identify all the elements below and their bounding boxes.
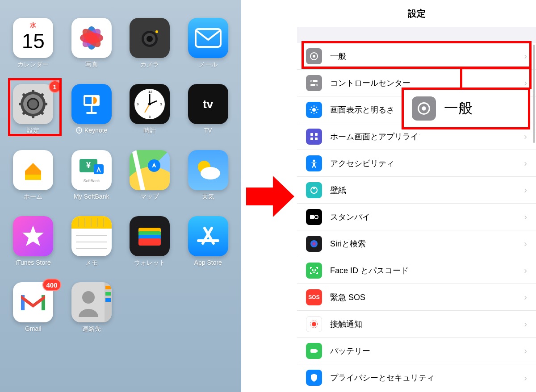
svg-rect-66	[105, 298, 111, 302]
svg-rect-40	[94, 164, 104, 174]
appstore-icon	[188, 216, 228, 256]
siri-icon	[306, 236, 322, 252]
chevron-right-icon: ›	[524, 238, 527, 249]
svg-point-67	[82, 291, 95, 304]
svg-rect-16	[32, 90, 34, 94]
chevron-right-icon: ›	[524, 292, 527, 302]
app-label: 連絡先	[82, 325, 101, 333]
svg-text:3: 3	[160, 102, 162, 106]
chevron-right-icon: ›	[524, 319, 527, 329]
gear-icon	[306, 48, 322, 64]
exposure-icon	[306, 316, 322, 332]
svg-rect-86	[315, 138, 318, 140]
svg-rect-12	[196, 29, 221, 47]
svg-rect-45	[71, 216, 112, 229]
wallet-icon	[130, 216, 170, 256]
sos-icon: SOS	[306, 289, 322, 305]
row-label: 緊急 SOS	[330, 292, 365, 303]
home-screen-icon	[306, 129, 322, 145]
svg-point-69	[313, 55, 315, 58]
accessibility-icon	[306, 155, 322, 171]
svg-point-44	[201, 167, 220, 179]
row-privacy[interactable]: プライバシーとセキュリティ ›	[297, 364, 536, 391]
scrollbar[interactable]	[533, 45, 535, 143]
svg-text:12: 12	[148, 90, 152, 94]
app-mail[interactable]: メール	[184, 18, 233, 69]
svg-rect-98	[317, 350, 318, 352]
app-home[interactable]: ホーム	[9, 150, 58, 201]
app-keynote[interactable]: Keynote	[67, 84, 116, 135]
row-label: 壁紙	[330, 185, 346, 196]
faceid-icon	[306, 263, 322, 279]
svg-text:9: 9	[137, 102, 139, 106]
row-general[interactable]: 一般 ›	[297, 43, 536, 70]
home-icon	[13, 150, 53, 190]
app-label: ウォレット	[134, 259, 165, 267]
app-notes[interactable]: メモ	[67, 216, 116, 267]
row-battery[interactable]: バッテリー ›	[297, 338, 536, 364]
app-wallet[interactable]: ウォレット	[126, 216, 174, 267]
row-sos[interactable]: SOS 緊急 SOS ›	[297, 284, 536, 311]
contacts-icon	[71, 282, 112, 322]
app-clock[interactable]: 12369 時計	[126, 84, 174, 135]
row-label: Siriと検索	[330, 238, 366, 249]
row-standby[interactable]: スタンバイ ›	[297, 204, 536, 230]
svg-point-11	[155, 30, 158, 33]
app-contacts[interactable]: 連絡先	[67, 282, 116, 333]
chevron-right-icon: ›	[524, 212, 527, 222]
app-settings[interactable]: 1 設定	[9, 84, 58, 135]
wallpaper-icon	[306, 182, 322, 198]
app-gmail[interactable]: 400 Gmail	[9, 282, 58, 333]
app-mysoftbank[interactable]: ¥SoftBank My SoftBank	[67, 150, 116, 201]
row-faceid[interactable]: Face ID とパスコード ›	[297, 257, 536, 284]
svg-rect-17	[32, 114, 34, 118]
row-accessibility[interactable]: アクセシビリティ ›	[297, 150, 536, 177]
row-wallpaper[interactable]: 壁紙 ›	[297, 177, 536, 204]
svg-point-10	[147, 36, 153, 42]
row-label: Face ID とパスコード	[330, 265, 409, 276]
standby-icon	[306, 209, 322, 225]
app-weather[interactable]: 天気	[184, 150, 233, 201]
chevron-right-icon: ›	[524, 158, 527, 168]
gmail-badge: 400	[42, 279, 61, 291]
callout-label: 一般	[444, 99, 473, 118]
app-tv[interactable]: tv TV	[184, 84, 233, 135]
row-siri[interactable]: Siriと検索 ›	[297, 230, 536, 257]
app-camera[interactable]: カメラ	[126, 18, 174, 69]
row-label: コントロールセンター	[330, 78, 410, 88]
svg-point-32	[148, 103, 151, 105]
svg-point-95	[312, 322, 316, 326]
app-label: 写真	[85, 61, 98, 69]
tv-icon: tv	[188, 84, 228, 124]
svg-rect-37	[25, 175, 41, 180]
app-photos[interactable]: 写真	[67, 18, 116, 69]
display-icon	[306, 102, 322, 118]
app-label: カレンダー	[17, 61, 49, 69]
clock-icon: 12369	[130, 84, 170, 124]
svg-point-100	[422, 106, 426, 110]
app-maps[interactable]: マップ	[126, 150, 174, 201]
app-label: マップ	[140, 193, 159, 201]
svg-line-80	[316, 112, 317, 113]
row-label: 一般	[330, 51, 346, 62]
svg-point-15	[28, 99, 38, 109]
svg-line-81	[316, 107, 317, 108]
settings-title: 設定	[297, 0, 536, 27]
svg-point-87	[313, 159, 315, 162]
chevron-right-icon: ›	[524, 346, 527, 356]
app-calendar[interactable]: 水 15 カレンダー	[9, 18, 58, 69]
app-label: iTunes Store	[16, 259, 51, 266]
app-itunes[interactable]: iTunes Store	[9, 216, 58, 267]
row-label: ホーム画面とアプリライブラリ	[330, 131, 419, 142]
chevron-right-icon: ›	[524, 131, 527, 142]
app-appstore[interactable]: App Store	[184, 216, 233, 267]
row-label: 画面表示と明るさ	[330, 104, 394, 115]
app-label: Keynote	[75, 127, 107, 134]
svg-rect-64	[105, 286, 111, 289]
svg-point-72	[311, 80, 313, 82]
mysoftbank-icon: ¥SoftBank	[71, 150, 112, 190]
app-label: TV	[204, 127, 212, 134]
svg-rect-27	[85, 97, 92, 104]
chevron-right-icon: ›	[524, 265, 527, 275]
row-exposure[interactable]: 接触通知 ›	[297, 311, 536, 338]
